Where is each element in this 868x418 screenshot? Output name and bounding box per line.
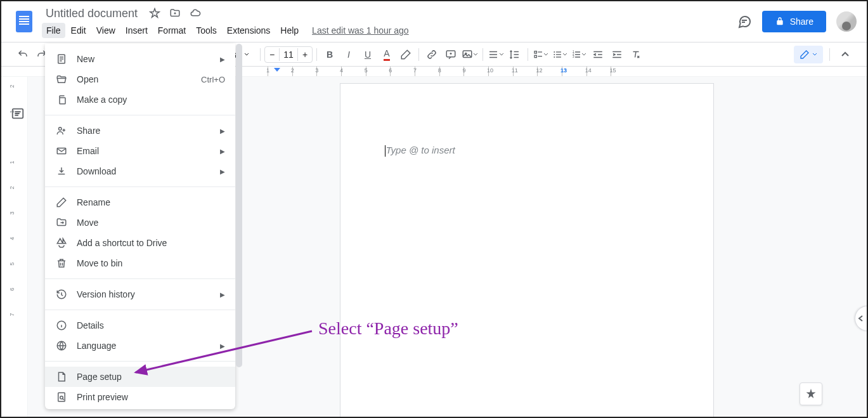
file-menu-print-preview[interactable]: Print preview — [45, 387, 235, 407]
svg-rect-21 — [58, 393, 65, 402]
file-menu-move-to-bin[interactable]: Move to bin — [45, 253, 235, 273]
move-icon — [55, 216, 68, 229]
bulleted-list-button[interactable] — [551, 46, 569, 63]
account-avatar[interactable] — [836, 11, 857, 32]
file-menu-email[interactable]: Email▶ — [45, 141, 235, 161]
share-label: Share — [790, 16, 813, 27]
editing-mode-button[interactable] — [794, 46, 823, 63]
file-menu-version-history[interactable]: Version history▶ — [45, 284, 235, 304]
font-size-value[interactable]: 11 — [279, 48, 298, 61]
dropdown-scrollbar[interactable] — [235, 44, 243, 409]
menu-item-label: Move — [77, 218, 225, 228]
menu-item-label: Page setup — [77, 372, 225, 382]
cloud-status-icon[interactable] — [190, 8, 201, 19]
title-area: Untitled document File Edit View Insert … — [42, 6, 737, 38]
placeholder-text: Type @ to insert — [386, 145, 668, 155]
last-edit-link[interactable]: Last edit was 1 hour ago — [312, 25, 409, 36]
file-menu-make-a-copy[interactable]: Make a copy — [45, 89, 235, 110]
file-menu-rename[interactable]: Rename — [45, 192, 235, 212]
undo-button[interactable] — [14, 46, 32, 63]
document-title[interactable]: Untitled document — [42, 6, 141, 22]
print-preview-icon — [55, 391, 68, 403]
font-size-decrease[interactable]: − — [265, 47, 279, 62]
document-page[interactable]: Type @ to insert — [340, 83, 714, 417]
checklist-button[interactable] — [532, 46, 550, 63]
menu-separator — [45, 310, 235, 310]
numbered-list-button[interactable]: 123 — [570, 46, 588, 63]
indent-marker-icon[interactable] — [274, 68, 280, 72]
file-menu-open[interactable]: OpenCtrl+O — [45, 69, 235, 89]
clear-formatting-button[interactable] — [627, 46, 645, 63]
share-button[interactable]: Share — [762, 11, 826, 32]
copy-icon — [55, 93, 68, 106]
docs-logo[interactable] — [11, 9, 37, 34]
file-menu-download[interactable]: Download▶ — [45, 161, 235, 181]
svg-rect-4 — [534, 55, 536, 57]
italic-button[interactable]: I — [340, 46, 358, 63]
menu-item-label: New — [77, 54, 211, 64]
menu-item-label: Download — [77, 166, 211, 176]
hide-menus-button[interactable] — [836, 46, 854, 63]
menu-edit[interactable]: Edit — [67, 23, 91, 38]
download-icon — [55, 165, 68, 178]
text-color-button[interactable]: A — [378, 46, 396, 63]
menu-item-label: Move to bin — [77, 258, 225, 268]
menu-item-label: Email — [77, 146, 211, 156]
submenu-arrow-icon: ▶ — [220, 56, 225, 63]
bold-button[interactable]: B — [321, 46, 339, 63]
align-button[interactable] — [487, 46, 505, 63]
file-menu-page-setup[interactable]: Page setup — [45, 367, 235, 387]
menu-insert[interactable]: Insert — [121, 23, 152, 38]
comment-history-icon[interactable] — [737, 14, 752, 29]
menu-shortcut: Ctrl+O — [201, 75, 225, 84]
highlight-button[interactable] — [397, 46, 415, 63]
add-comment-button[interactable] — [442, 46, 460, 63]
chevron-down-icon — [473, 52, 478, 57]
file-menu-share[interactable]: Share▶ — [45, 121, 235, 141]
svg-text:3: 3 — [573, 55, 574, 58]
submenu-arrow-icon: ▶ — [220, 168, 225, 175]
vertical-ruler[interactable]: 2 1 1 2 3 4 5 6 7 — [1, 77, 28, 417]
submenu-arrow-icon: ▶ — [220, 291, 225, 298]
decrease-indent-button[interactable] — [589, 46, 607, 63]
menu-format[interactable]: Format — [153, 23, 190, 38]
menu-item-label: Version history — [77, 289, 211, 299]
underline-button[interactable]: U — [359, 46, 377, 63]
file-menu-language[interactable]: Language▶ — [45, 336, 235, 356]
menubar: File Edit View Insert Format Tools Exten… — [42, 23, 737, 38]
file-menu-move[interactable]: Move — [45, 212, 235, 233]
file-menu-add-a-shortcut-to-drive[interactable]: Add a shortcut to Drive — [45, 233, 235, 253]
font-size-control: − 11 + — [264, 46, 313, 63]
menu-view[interactable]: View — [92, 23, 120, 38]
menu-item-label: Share — [77, 126, 211, 136]
info-icon — [55, 319, 68, 332]
insert-image-button[interactable] — [461, 46, 479, 63]
svg-rect-10 — [556, 56, 561, 57]
show-outline-button[interactable] — [6, 102, 29, 125]
increase-indent-button[interactable] — [608, 46, 626, 63]
line-spacing-button[interactable] — [506, 46, 524, 63]
drive-shortcut-icon — [55, 237, 68, 249]
move-to-folder-icon[interactable] — [169, 8, 181, 19]
menu-separator — [45, 186, 235, 187]
insert-link-button[interactable] — [423, 46, 441, 63]
menu-file[interactable]: File — [42, 23, 65, 38]
rename-icon — [55, 196, 68, 209]
menu-help[interactable]: Help — [276, 23, 303, 38]
menu-separator — [45, 361, 235, 362]
file-menu-dropdown: New▶OpenCtrl+OMake a copyShare▶Email▶Dow… — [45, 44, 235, 409]
submenu-arrow-icon: ▶ — [220, 148, 225, 155]
menu-extensions[interactable]: Extensions — [223, 23, 275, 38]
svg-point-9 — [554, 56, 555, 58]
font-size-increase[interactable]: + — [298, 47, 312, 62]
file-menu-new[interactable]: New▶ — [45, 49, 235, 69]
menu-item-label: Print preview — [77, 392, 225, 402]
explore-button[interactable] — [800, 382, 822, 405]
lock-icon — [775, 16, 785, 27]
star-icon[interactable] — [149, 8, 160, 19]
menu-tools[interactable]: Tools — [191, 23, 221, 38]
person-add-icon — [55, 124, 68, 137]
svg-rect-16 — [60, 98, 65, 104]
svg-rect-8 — [556, 54, 561, 55]
file-menu-details[interactable]: Details — [45, 315, 235, 336]
